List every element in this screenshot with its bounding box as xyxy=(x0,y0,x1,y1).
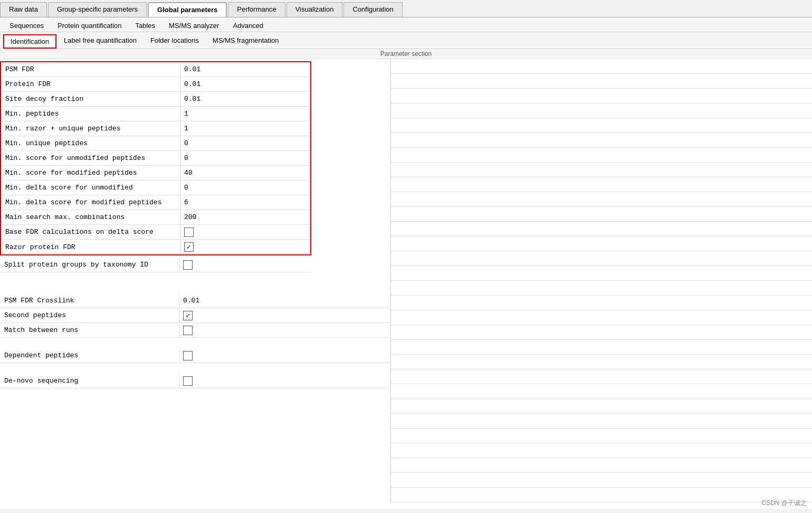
label-de-novo: De-novo sequencing xyxy=(0,375,179,387)
value-base-fdr[interactable] xyxy=(180,225,310,239)
value-de-novo[interactable] xyxy=(179,374,390,388)
input-psm-fdr[interactable] xyxy=(184,65,307,73)
content-area: PSM FDR Protein FDR Site decoy fraction … xyxy=(0,59,812,509)
tab-bar-2: Sequences Protein quantification Tables … xyxy=(0,17,812,32)
param-row-min-score-mod: Min. score for modified peptides xyxy=(1,166,310,180)
right-panel xyxy=(390,59,812,502)
tab3-label-free[interactable]: Label free quantification xyxy=(58,34,143,49)
spacer-1 xyxy=(0,272,390,283)
value-min-score-mod[interactable] xyxy=(180,166,310,180)
tab-global-parameters[interactable]: Global parameters xyxy=(148,2,227,17)
checkbox-dependent-peptides[interactable] xyxy=(183,351,193,360)
tab2-sequences[interactable]: Sequences xyxy=(3,20,50,32)
tab-raw-data[interactable]: Raw data xyxy=(0,2,47,17)
tab-performance[interactable]: Performance xyxy=(228,2,285,17)
label-min-delta-mod: Min. delta score for modified peptides xyxy=(1,196,180,208)
label-match-between-runs: Match between runs xyxy=(0,324,179,336)
tab2-protein-quantification[interactable]: Protein quantification xyxy=(51,20,128,32)
lower-params2-section: Dependent peptides xyxy=(0,348,390,363)
value-protein-fdr[interactable] xyxy=(180,78,310,91)
layout-row: PSM FDR Protein FDR Site decoy fraction … xyxy=(0,59,812,502)
value-min-delta-unmod[interactable] xyxy=(180,181,310,195)
label-min-score-mod: Min. score for modified peptides xyxy=(1,167,180,179)
value-dependent-peptides[interactable] xyxy=(179,349,390,363)
input-psm-fdr-crosslink[interactable] xyxy=(183,297,387,305)
param-row-min-delta-mod: Min. delta score for modified peptides xyxy=(1,195,310,210)
tab3-msms-fragmentation[interactable]: MS/MS fragmentation xyxy=(206,34,285,49)
label-second-peptides: Second peptides xyxy=(0,309,179,321)
param-row-base-fdr: Base FDR calculations on delta score xyxy=(1,225,310,240)
label-min-score-unmod: Min. score for unmodified peptides xyxy=(1,152,180,164)
value-split-protein[interactable] xyxy=(179,258,311,272)
value-psm-fdr-crosslink[interactable] xyxy=(179,294,390,308)
label-split-protein: Split protein groups by taxonomy ID xyxy=(0,259,179,271)
lower-params3-section: De-novo sequencing xyxy=(0,374,390,388)
tab-group-specific[interactable]: Group-specific parameters xyxy=(48,2,147,17)
input-min-delta-mod[interactable] xyxy=(184,198,307,206)
section-label: Parameter section xyxy=(0,49,812,59)
param-row-main-search: Main search max. combinations xyxy=(1,210,310,225)
label-site-decoy: Site decoy fraction xyxy=(1,93,180,105)
value-match-between-runs[interactable] xyxy=(179,324,390,337)
label-min-delta-unmod: Min. delta score for unmodified xyxy=(1,182,180,194)
spacer-4 xyxy=(0,363,390,374)
param-row-min-unique: Min. unique peptides xyxy=(1,136,310,151)
param-row-de-novo: De-novo sequencing xyxy=(0,374,390,388)
tab-configuration[interactable]: Configuration xyxy=(343,2,402,17)
value-min-razor[interactable] xyxy=(180,122,310,136)
tab3-identification[interactable]: Identification xyxy=(3,34,56,49)
spacer-2 xyxy=(0,283,390,293)
input-min-score-unmod[interactable] xyxy=(184,154,307,162)
checkbox-de-novo[interactable] xyxy=(183,376,193,386)
tab-visualization[interactable]: Visualization xyxy=(286,2,343,17)
tab2-tables[interactable]: Tables xyxy=(129,20,161,32)
checkbox-base-fdr[interactable] xyxy=(184,227,194,237)
label-min-razor: Min. razor + unique peptides xyxy=(1,122,180,135)
label-psm-fdr: PSM FDR xyxy=(1,63,180,75)
param-row-dependent-peptides: Dependent peptides xyxy=(0,348,390,363)
value-psm-fdr[interactable] xyxy=(180,63,310,77)
param-row-psm-fdr-crosslink: PSM FDR Crosslink xyxy=(0,293,390,308)
value-main-search[interactable] xyxy=(180,211,310,224)
value-min-delta-mod[interactable] xyxy=(180,196,310,210)
tab-bar-3: Identification Label free quantification… xyxy=(0,32,812,49)
param-row-match-between-runs: Match between runs xyxy=(0,323,390,338)
label-psm-fdr-crosslink: PSM FDR Crosslink xyxy=(0,294,179,307)
checkbox-match-between-runs[interactable] xyxy=(183,326,193,335)
watermark: CSDN @子诚之 xyxy=(761,499,807,508)
label-protein-fdr: Protein FDR xyxy=(1,78,180,90)
value-min-unique[interactable] xyxy=(180,137,310,150)
label-razor-protein-fdr: Razor protein FDR xyxy=(1,241,180,253)
value-min-score-unmod[interactable] xyxy=(180,151,310,165)
param-row-razor-protein-fdr: Razor protein FDR xyxy=(1,240,310,254)
input-min-score-mod[interactable] xyxy=(184,169,307,177)
checkbox-razor-protein-fdr[interactable] xyxy=(184,242,194,252)
tab2-advanced[interactable]: Advanced xyxy=(226,20,270,32)
param-row-min-delta-unmod: Min. delta score for unmodified xyxy=(1,180,310,195)
checkbox-split-protein[interactable] xyxy=(183,260,193,270)
value-second-peptides[interactable] xyxy=(179,309,390,322)
redbox-section: PSM FDR Protein FDR Site decoy fraction … xyxy=(0,61,311,255)
param-row-min-razor: Min. razor + unique peptides xyxy=(1,121,310,136)
value-razor-protein-fdr[interactable] xyxy=(180,240,310,254)
input-protein-fdr[interactable] xyxy=(184,80,307,88)
tab3-folder-locations[interactable]: Folder locations xyxy=(144,34,205,49)
tab2-msms-analyzer[interactable]: MS/MS analyzer xyxy=(163,20,225,32)
value-site-decoy[interactable] xyxy=(180,92,310,106)
outer-params-section: Split protein groups by taxonomy ID xyxy=(0,258,311,272)
tab-bar-1: Raw data Group-specific parameters Globa… xyxy=(0,0,812,17)
label-main-search: Main search max. combinations xyxy=(1,211,180,223)
label-min-peptides: Min. peptides xyxy=(1,108,180,120)
checkbox-second-peptides[interactable] xyxy=(183,311,193,320)
label-dependent-peptides: Dependent peptides xyxy=(0,349,179,362)
spacer-3 xyxy=(0,338,390,348)
input-min-razor[interactable] xyxy=(184,125,307,132)
input-site-decoy[interactable] xyxy=(184,95,307,103)
input-min-unique[interactable] xyxy=(184,139,307,147)
input-min-delta-unmod[interactable] xyxy=(184,184,307,192)
lower-params-section: PSM FDR Crosslink Second peptides Match … xyxy=(0,293,390,338)
param-row-split-protein: Split protein groups by taxonomy ID xyxy=(0,258,311,272)
input-min-peptides[interactable] xyxy=(184,110,307,118)
value-min-peptides[interactable] xyxy=(180,107,310,121)
input-main-search[interactable] xyxy=(184,213,307,221)
